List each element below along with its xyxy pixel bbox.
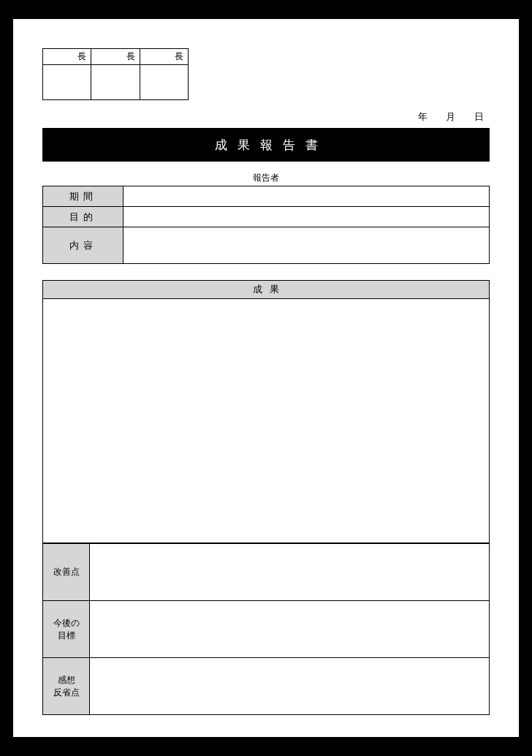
field-period[interactable]	[123, 186, 490, 207]
date-day-label: 日	[474, 111, 485, 122]
page: 長 長 長 年 月 日 成果報告書 報告者 期間	[13, 19, 519, 737]
label-purpose: 目的	[43, 207, 123, 227]
label-future-l2: 目標	[58, 630, 75, 640]
label-period: 期間	[43, 186, 123, 207]
label-future-goals: 今後の 目標	[43, 601, 90, 658]
date-line: 年 月 日	[42, 110, 485, 124]
field-future-goals[interactable]	[90, 601, 490, 658]
field-purpose[interactable]	[123, 207, 490, 227]
label-improve: 改善点	[43, 544, 90, 601]
outer-frame: 長 長 長 年 月 日 成果報告書 報告者 期間	[0, 0, 532, 756]
info-table: 期間 目的 内容	[42, 186, 490, 264]
label-future-l1: 今後の	[53, 618, 80, 628]
field-content[interactable]	[123, 227, 490, 264]
result-rows: 改善点 今後の 目標 感想 反省点	[42, 543, 490, 715]
field-thoughts[interactable]	[90, 658, 490, 715]
stamp-box-2[interactable]	[91, 65, 140, 100]
date-year-label: 年	[418, 111, 429, 122]
result-header: 成果	[42, 280, 490, 299]
stamp-header-1: 長	[43, 49, 91, 65]
label-thoughts: 感想 反省点	[43, 658, 90, 715]
stamp-box-1[interactable]	[43, 65, 91, 100]
reporter-label: 報告者	[42, 172, 490, 184]
stamp-box-3[interactable]	[140, 65, 188, 100]
label-thoughts-l1: 感想	[58, 675, 75, 685]
label-content: 内容	[43, 227, 123, 264]
result-section: 成果 改善点 今後の 目標 感想 反省点	[42, 280, 490, 715]
approval-stamp-table: 長 長 長	[42, 48, 189, 100]
stamp-header-2: 長	[91, 49, 140, 65]
label-thoughts-l2: 反省点	[53, 687, 80, 698]
date-month-label: 月	[446, 111, 457, 122]
document-title: 成果報告書	[42, 128, 490, 162]
stamp-header-3: 長	[140, 49, 188, 65]
field-improve[interactable]	[90, 544, 490, 601]
result-body[interactable]	[42, 299, 490, 543]
